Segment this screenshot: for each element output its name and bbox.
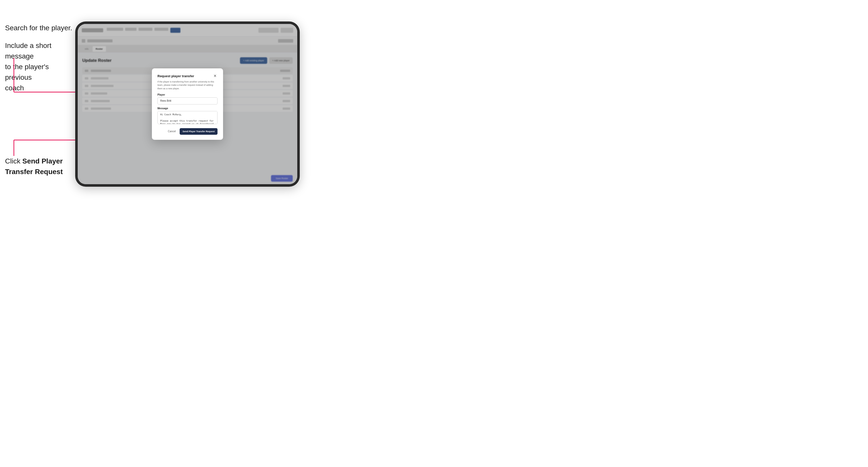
modal-close-button[interactable]: ✕ [213, 73, 217, 79]
send-transfer-request-button[interactable]: Send Player Transfer Request [180, 128, 217, 135]
modal-title: Request player transfer [157, 74, 194, 78]
annotation-message: Include a short messageto the player's p… [5, 40, 76, 93]
player-input[interactable] [157, 97, 217, 104]
message-textarea[interactable]: Hi Coach McHarg, Please accept this tran… [157, 111, 217, 124]
modal-header: Request player transfer ✕ [157, 73, 217, 79]
modal-description: If the player is transferring from anoth… [157, 80, 217, 90]
modal-overlay: Request player transfer ✕ If the player … [78, 24, 297, 184]
annotation-search: Search for the player. [5, 23, 72, 33]
request-transfer-modal: Request player transfer ✕ If the player … [152, 68, 223, 139]
modal-footer: Cancel Send Player Transfer Request [157, 128, 217, 135]
tablet-screen: Info Roster Update Roster + Add existing… [78, 24, 297, 184]
close-icon: ✕ [214, 74, 217, 78]
player-label: Player [157, 93, 217, 96]
cancel-button[interactable]: Cancel [166, 129, 178, 134]
message-label: Message [157, 107, 217, 110]
tablet-device: Info Roster Update Roster + Add existing… [75, 22, 300, 187]
annotation-click: Click Send PlayerTransfer Request [5, 156, 63, 177]
